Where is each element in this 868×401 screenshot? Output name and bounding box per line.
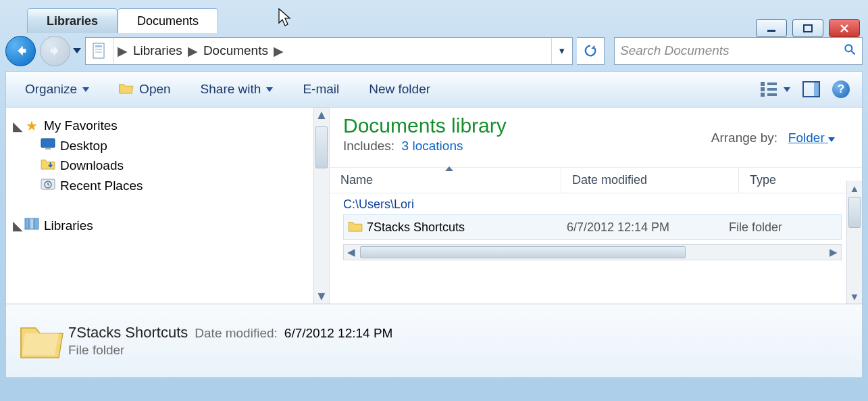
maximize-button[interactable] bbox=[792, 19, 823, 37]
folder-open-icon bbox=[119, 82, 134, 97]
forward-button[interactable] bbox=[40, 36, 70, 66]
file-type: File folder bbox=[729, 220, 782, 235]
tab-documents[interactable]: Documents bbox=[118, 8, 218, 33]
arrange-by: Arrange by: Folder bbox=[711, 131, 835, 145]
svg-rect-12 bbox=[25, 218, 29, 229]
crumb-sep-icon[interactable]: ▶ bbox=[272, 43, 285, 59]
svg-rect-5 bbox=[95, 51, 102, 53]
email-button[interactable]: E-mail bbox=[296, 79, 346, 99]
downloads-icon bbox=[40, 158, 56, 173]
file-date: 6/7/2012 12:14 PM bbox=[567, 220, 729, 235]
svg-rect-14 bbox=[34, 218, 39, 229]
crumb-documents[interactable]: Documents bbox=[199, 43, 272, 58]
tab-libraries[interactable]: Libraries bbox=[27, 8, 118, 33]
tree-label: Downloads bbox=[60, 158, 124, 173]
preview-pane-button[interactable] bbox=[802, 81, 820, 97]
details-type: File folder bbox=[68, 343, 392, 358]
minimize-button[interactable] bbox=[756, 19, 787, 37]
command-bar: Organize Open Share with E-mail New fold… bbox=[5, 71, 863, 108]
address-library-icon bbox=[86, 38, 113, 64]
navigation-pane: ◣ ★ My Favorites Desktop Downloads Recen… bbox=[6, 108, 330, 304]
chevron-down-icon bbox=[82, 87, 89, 92]
close-button[interactable] bbox=[829, 19, 860, 37]
scroll-down-icon[interactable]: ▼ bbox=[314, 289, 329, 304]
organize-button[interactable]: Organize bbox=[18, 79, 96, 99]
history-dropdown-icon[interactable] bbox=[73, 48, 81, 53]
tree-label: My Favorites bbox=[44, 118, 118, 133]
includes-link[interactable]: 3 locations bbox=[402, 139, 463, 153]
open-button[interactable]: Open bbox=[112, 79, 177, 100]
change-view-button[interactable] bbox=[761, 82, 790, 97]
column-type[interactable]: Type bbox=[739, 168, 862, 193]
file-name: 7Stacks Shortcuts bbox=[367, 220, 567, 235]
search-input[interactable]: Search Documents bbox=[614, 37, 863, 65]
main-area: ◣ ★ My Favorites Desktop Downloads Recen… bbox=[5, 108, 863, 304]
collapse-icon[interactable]: ◣ bbox=[13, 118, 22, 134]
chevron-down-icon bbox=[266, 87, 273, 92]
crumb-sep-icon[interactable]: ▶ bbox=[116, 43, 129, 59]
search-icon bbox=[843, 43, 857, 60]
tree-downloads[interactable]: Downloads bbox=[9, 156, 326, 175]
tree-libraries[interactable]: ◣ Libraries bbox=[9, 215, 326, 236]
share-with-button[interactable]: Share with bbox=[194, 79, 280, 99]
scroll-up-icon[interactable]: ▲ bbox=[847, 181, 862, 195]
svg-rect-8 bbox=[41, 139, 55, 147]
details-name: 7Stacks Shortcuts bbox=[68, 324, 188, 341]
tree-favorites[interactable]: ◣ ★ My Favorites bbox=[9, 116, 326, 136]
breadcrumb: ▶ Libraries ▶ Documents ▶ bbox=[113, 43, 551, 59]
file-row[interactable]: 7Stacks Shortcuts 6/7/2012 12:14 PM File… bbox=[343, 214, 842, 240]
navigation-bar: ▶ Libraries ▶ Documents ▶ ▾ Search Docum… bbox=[5, 34, 863, 67]
tree-scrollbar[interactable]: ▲ ▼ bbox=[313, 108, 329, 304]
chevron-down-icon bbox=[828, 137, 835, 142]
details-folder-icon bbox=[16, 317, 68, 364]
back-button[interactable] bbox=[5, 36, 36, 66]
content-vscrollbar[interactable]: ▲ ▼ bbox=[846, 181, 862, 304]
column-name[interactable]: Name bbox=[330, 168, 561, 193]
collapse-icon[interactable]: ◣ bbox=[13, 218, 22, 233]
content-hscrollbar[interactable]: ◀ ▶ bbox=[343, 244, 842, 260]
chevron-down-icon bbox=[784, 87, 790, 92]
tree-desktop[interactable]: Desktop bbox=[9, 136, 326, 156]
svg-rect-0 bbox=[767, 30, 775, 32]
address-dropdown-icon[interactable]: ▾ bbox=[551, 38, 572, 64]
group-header[interactable]: C:\Users\Lori bbox=[330, 193, 862, 213]
scroll-up-icon[interactable]: ▲ bbox=[314, 108, 329, 122]
crumb-sep-icon[interactable]: ▶ bbox=[186, 43, 199, 59]
scroll-thumb[interactable] bbox=[848, 197, 861, 228]
refresh-button[interactable] bbox=[577, 37, 605, 65]
svg-rect-9 bbox=[45, 148, 51, 149]
sort-asc-icon bbox=[445, 166, 453, 171]
address-bar[interactable]: ▶ Libraries ▶ Documents ▶ ▾ bbox=[85, 37, 573, 65]
includes-label: Includes: bbox=[343, 139, 394, 153]
scroll-left-icon[interactable]: ◀ bbox=[344, 246, 359, 258]
svg-rect-4 bbox=[95, 49, 102, 50]
window-tabs: Libraries Documents bbox=[0, 0, 868, 33]
svg-rect-13 bbox=[30, 218, 34, 229]
column-headers: Name Date modified Type bbox=[330, 167, 862, 193]
folder-icon bbox=[344, 220, 367, 235]
scroll-thumb[interactable] bbox=[360, 246, 686, 258]
tree-recent-places[interactable]: Recent Places bbox=[9, 175, 326, 196]
svg-line-7 bbox=[852, 51, 855, 54]
arrange-value[interactable]: Folder bbox=[788, 131, 835, 145]
scroll-thumb[interactable] bbox=[315, 126, 328, 168]
cursor-icon bbox=[278, 8, 293, 32]
details-date-label: Date modified: bbox=[195, 326, 278, 341]
scroll-right-icon[interactable]: ▶ bbox=[826, 246, 841, 258]
star-icon: ★ bbox=[24, 118, 40, 134]
view-icon bbox=[761, 82, 778, 97]
crumb-libraries[interactable]: Libraries bbox=[129, 43, 186, 58]
window-caption-buttons bbox=[756, 19, 860, 37]
desktop-icon bbox=[40, 138, 56, 154]
details-pane: 7Stacks Shortcuts Date modified: 6/7/201… bbox=[5, 304, 863, 378]
new-folder-button[interactable]: New folder bbox=[362, 79, 437, 99]
arrange-label: Arrange by: bbox=[711, 131, 777, 145]
help-button[interactable]: ? bbox=[832, 80, 850, 98]
tree-label: Desktop bbox=[60, 139, 107, 154]
column-date-modified[interactable]: Date modified bbox=[561, 168, 739, 193]
content-pane: Documents library Includes: 3 locations … bbox=[330, 108, 862, 304]
tree-label: Libraries bbox=[44, 218, 93, 233]
svg-rect-1 bbox=[804, 25, 812, 32]
scroll-down-icon[interactable]: ▼ bbox=[847, 289, 862, 304]
recent-icon bbox=[40, 177, 56, 194]
